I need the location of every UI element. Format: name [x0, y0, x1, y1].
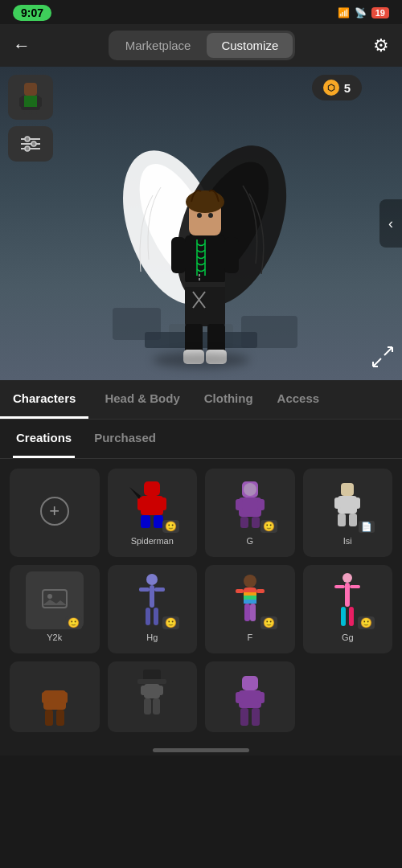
svg-point-12 — [25, 146, 30, 151]
character-g-img: 🙂 — [221, 475, 279, 533]
character-isi[interactable]: 📄 Isi — [303, 469, 393, 557]
page-badge-isi: 📄 — [359, 521, 375, 533]
tab-characters[interactable]: Characters — [0, 380, 88, 419]
character-partial-1[interactable] — [10, 661, 100, 732]
svg-rect-70 — [244, 596, 256, 600]
character-y2k-label: Y2k — [47, 633, 62, 642]
svg-rect-99 — [252, 708, 260, 726]
scroll-right-button[interactable]: ‹ — [379, 199, 402, 248]
svg-rect-63 — [139, 588, 150, 592]
face-badge-g: 🙂 — [260, 520, 277, 533]
status-icons: 📶 📡 19 — [338, 7, 389, 18]
character-f-label: F — [247, 633, 252, 642]
svg-point-76 — [343, 573, 352, 583]
svg-rect-55 — [334, 497, 341, 509]
subtab-purchased[interactable]: Purchased — [91, 420, 159, 458]
svg-point-25 — [208, 213, 213, 218]
tab-head-body[interactable]: Head & Body — [88, 380, 187, 419]
avatar-thumbnail[interactable] — [8, 75, 53, 120]
svg-point-67 — [244, 575, 256, 588]
svg-rect-5 — [31, 110, 37, 115]
svg-point-61 — [146, 574, 158, 585]
svg-rect-79 — [350, 585, 360, 588]
signal-icon: 📶 — [338, 7, 350, 18]
expand-button[interactable] — [371, 346, 394, 372]
character-hg[interactable]: 🙂 Hg — [108, 565, 198, 653]
svg-rect-44 — [141, 515, 150, 528]
svg-rect-58 — [349, 514, 357, 526]
svg-rect-6 — [24, 96, 37, 107]
svg-rect-29 — [185, 282, 225, 287]
character-partial-2[interactable] — [108, 661, 198, 732]
svg-rect-85 — [45, 710, 53, 726]
character-partial-1-img — [26, 668, 84, 726]
svg-rect-64 — [154, 588, 165, 592]
robux-icon: ⬡ — [323, 80, 339, 96]
character-y2k-img: 🙂 — [26, 571, 84, 629]
svg-rect-0 — [24, 83, 37, 96]
character-spiderman[interactable]: 🙂 Spiderman — [108, 469, 198, 557]
svg-rect-49 — [257, 499, 265, 510]
svg-line-37 — [373, 358, 381, 366]
subtab-creations[interactable]: Creations — [13, 420, 75, 458]
svg-rect-90 — [141, 686, 147, 695]
sliders-button[interactable] — [8, 126, 53, 162]
character-grid: + 🙂 Spiderman — [0, 459, 402, 742]
status-time: 9:07 — [13, 5, 51, 21]
face-badge-hg: 🙂 — [162, 616, 179, 629]
svg-rect-78 — [334, 585, 345, 588]
character-y2k[interactable]: 🙂 Y2k — [10, 565, 100, 653]
svg-rect-27 — [224, 237, 239, 273]
robux-count: 5 — [344, 81, 351, 95]
svg-rect-83 — [42, 692, 49, 703]
svg-rect-26 — [171, 237, 186, 273]
character-partial-3-img — [221, 668, 279, 726]
add-character-button[interactable]: + — [10, 469, 100, 557]
face-badge-y2k: 🙂 — [65, 616, 82, 629]
ground-shadow — [153, 352, 249, 368]
svg-rect-42 — [137, 497, 146, 510]
tab-customize[interactable]: Customize — [207, 33, 293, 58]
tab-access[interactable]: Access — [261, 380, 328, 419]
svg-rect-75 — [250, 604, 256, 621]
character-g-label: G — [246, 536, 253, 546]
character-isi-img: 📄 — [318, 475, 376, 533]
tab-clothing[interactable]: Clothing — [188, 380, 261, 419]
back-button[interactable]: ← — [13, 35, 31, 56]
status-bar: 9:07 📶 📡 19 — [0, 0, 402, 24]
left-controls — [8, 75, 53, 162]
character-g[interactable]: 🙂 G — [205, 469, 295, 557]
svg-rect-94 — [242, 676, 258, 690]
svg-rect-40 — [144, 481, 160, 496]
svg-rect-65 — [146, 608, 150, 625]
svg-rect-93 — [153, 698, 160, 714]
svg-point-52 — [244, 483, 256, 496]
character-f[interactable]: 🙂 F — [205, 565, 295, 653]
svg-rect-97 — [257, 692, 265, 703]
character-hg-img: 🙂 — [123, 571, 181, 629]
svg-rect-73 — [256, 589, 265, 593]
svg-rect-86 — [56, 710, 64, 726]
preview-area: ⬡ 5 — [0, 67, 402, 380]
character-spiderman-label: Spiderman — [131, 536, 174, 546]
battery-badge: 19 — [371, 7, 389, 18]
svg-rect-80 — [341, 607, 346, 626]
character-gg[interactable]: 🙂 Gg — [303, 565, 393, 653]
svg-rect-57 — [338, 514, 346, 526]
svg-rect-81 — [349, 607, 354, 626]
character-hg-label: Hg — [146, 633, 158, 642]
svg-rect-48 — [236, 499, 243, 510]
svg-rect-53 — [341, 483, 354, 496]
settings-button[interactable]: ⚙ — [373, 35, 389, 56]
svg-rect-71 — [244, 600, 256, 604]
character-partial-3[interactable] — [205, 661, 295, 732]
svg-rect-74 — [244, 604, 250, 621]
character-f-img: 🙂 — [221, 571, 279, 629]
svg-rect-28 — [185, 282, 225, 326]
svg-rect-72 — [236, 589, 244, 593]
svg-rect-43 — [158, 497, 166, 510]
svg-rect-50 — [240, 517, 248, 528]
add-icon: + — [40, 497, 69, 526]
tab-marketplace[interactable]: Marketplace — [111, 33, 206, 58]
svg-rect-51 — [252, 517, 260, 528]
